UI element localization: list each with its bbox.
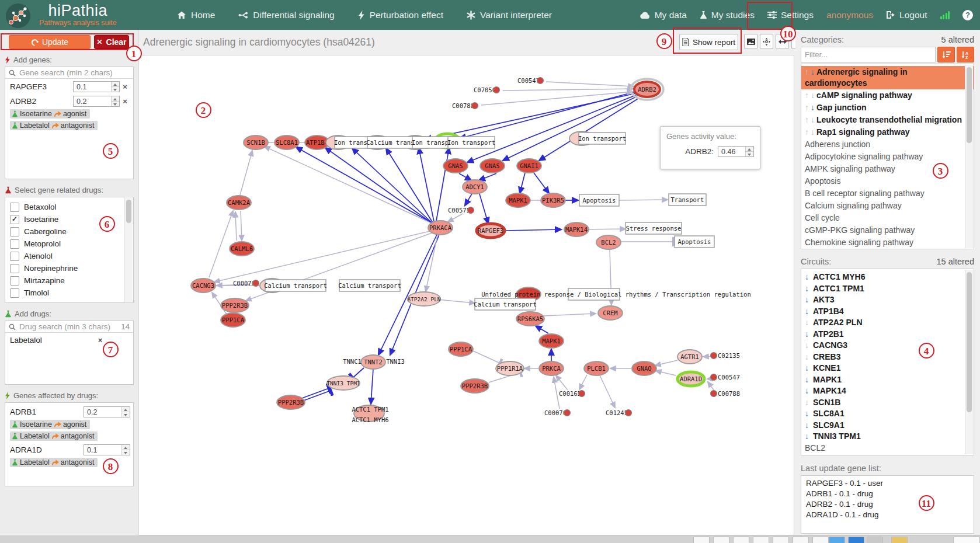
function-node[interactable]: Apoptosis <box>675 236 714 248</box>
taskbar-item[interactable] <box>793 537 809 543</box>
category-item[interactable]: ↑↓Rap1 signaling pathway <box>801 126 974 138</box>
gene-node[interactable]: ADRA1D <box>677 372 704 386</box>
gene-node[interactable]: ADCY1 <box>463 180 487 194</box>
scrollbar[interactable] <box>124 198 133 302</box>
drug-relation-tag[interactable]: Isoetarineagonist <box>10 109 90 119</box>
drug-option-row[interactable]: Atenolol <box>5 250 133 262</box>
circuit-item[interactable]: BCL2 <box>801 443 974 454</box>
compound-node[interactable]: C01245 <box>606 409 631 416</box>
quantity-stepper[interactable] <box>111 82 119 92</box>
taskbar-item[interactable] <box>693 537 710 543</box>
compound-node[interactable]: C00547 <box>517 77 543 84</box>
nav-my-studies[interactable]: My studies <box>700 10 755 20</box>
category-item[interactable]: ↑↓cAMP signaling pathway <box>801 89 974 102</box>
nav-logout[interactable]: Logout <box>886 10 927 20</box>
gene-value-input[interactable]: 0.1 <box>73 81 120 92</box>
taskbar-item[interactable] <box>829 537 845 543</box>
category-item[interactable]: ↑↓Adrenergic signaling in cardiomyocytes <box>801 66 974 89</box>
compound-node[interactable]: C00788 <box>452 102 478 109</box>
help-icon[interactable]: ? <box>962 10 973 20</box>
category-item[interactable]: Adipocytokine signaling pathway <box>801 151 974 163</box>
circuit-item[interactable]: ↓SLC8A1 <box>801 408 974 420</box>
drug-search-input[interactable]: Drug search (min 3 chars) 14 <box>5 321 133 333</box>
compound-node[interactable]: C00788 <box>711 390 740 397</box>
category-item[interactable]: ↑↓Gap junction <box>801 102 974 114</box>
username-label[interactable]: anonymous <box>826 10 873 20</box>
circuit-item[interactable]: ↓ATP2A2 PLN <box>801 317 974 329</box>
function-node[interactable]: Ion transport <box>578 133 626 144</box>
gene-node[interactable]: MAPK1 <box>506 193 530 207</box>
remove-gene-button[interactable]: × <box>120 97 130 106</box>
category-item[interactable]: B cell receptor signaling pathway <box>801 187 974 200</box>
circuit-item[interactable]: ↓MAPK14 <box>801 385 974 397</box>
circuit-item[interactable]: ↓ATP1B4 <box>801 306 974 318</box>
taskbar-item[interactable] <box>733 537 749 543</box>
gene-node[interactable]: RAPGEF3 <box>477 224 505 238</box>
nav-my-data[interactable]: My data <box>640 10 687 20</box>
function-node[interactable]: Apoptosis <box>579 194 619 206</box>
checkbox[interactable] <box>10 288 19 298</box>
checkbox[interactable] <box>10 252 19 261</box>
gene-node[interactable]: GNAS <box>443 159 468 173</box>
nav-differential-signaling[interactable]: Differential signaling <box>238 10 334 20</box>
gene-node[interactable]: PPP2R3B <box>277 395 305 409</box>
drug-option-row[interactable]: ✓Isoetarine <box>5 213 133 225</box>
gene-node[interactable]: CREM <box>598 306 623 320</box>
fit-width-button[interactable] <box>776 34 789 49</box>
function-node[interactable]: Calcium transport <box>338 280 401 291</box>
drug-option-row[interactable]: Timolol <box>5 287 133 299</box>
circuit-item[interactable]: ↓CACNG3 <box>801 340 974 351</box>
circuit-item[interactable]: ↓MAPK1 <box>801 374 974 386</box>
gene-value-input[interactable]: 0.2 <box>73 96 120 107</box>
gene-node[interactable]: PRKACA <box>428 221 453 235</box>
gene-node[interactable]: CACNG3 <box>191 279 216 293</box>
drug-option-row[interactable]: Cabergoline <box>5 225 133 238</box>
nav-home[interactable]: Home <box>177 10 215 20</box>
gene-node[interactable]: PLCB1 <box>584 361 609 375</box>
circuit-item[interactable]: ↓TNNI3 TPM1 <box>801 431 974 443</box>
quantity-stepper[interactable] <box>121 407 130 417</box>
category-item[interactable]: Calcium signaling pathway <box>801 200 974 212</box>
scrollbar[interactable] <box>965 65 973 248</box>
crosshair-button[interactable] <box>760 34 773 49</box>
update-button[interactable]: Update <box>9 35 91 49</box>
remove-gene-button[interactable]: × <box>120 82 130 91</box>
checkbox[interactable] <box>10 276 19 286</box>
category-item[interactable]: ↑↓Leukocyte transendothelial migration <box>801 114 974 126</box>
compound-node[interactable]: C00076 <box>544 409 570 416</box>
circuit-item[interactable]: ↓KCNE1 <box>801 363 974 374</box>
gene-node[interactable]: TNNT2 <box>361 355 385 369</box>
remove-drug-button[interactable]: × <box>70 336 130 344</box>
circuit-item[interactable]: ↓ACTC1 MYH6 <box>801 272 974 283</box>
compound-node[interactable]: C00165 <box>559 390 585 397</box>
gene-node[interactable]: BCL2 <box>596 235 621 249</box>
nav-settings[interactable]: Settings <box>767 10 814 20</box>
quantity-stepper[interactable] <box>121 445 130 455</box>
gene-node[interactable]: GNAI1 <box>517 159 541 173</box>
circuit-item[interactable]: ↓ATP2B1 <box>801 329 974 340</box>
gene-search-input[interactable]: Gene search (min 2 chars) <box>5 67 133 79</box>
category-item[interactable]: Adherens junction <box>801 138 974 151</box>
gene-node[interactable]: PPP2R3B <box>221 298 249 312</box>
gene-node[interactable]: ATP2A2 PLN <box>407 292 440 306</box>
gene-node[interactable]: PPP2R3B <box>461 379 489 393</box>
function-node[interactable]: Calcium transport <box>474 298 536 310</box>
gene-node[interactable]: ADRB2 <box>631 79 663 100</box>
sort-amount-button[interactable] <box>937 47 955 62</box>
gene-node[interactable]: PRKCA <box>539 361 564 375</box>
gene-value-input[interactable]: 0.1 <box>84 444 130 455</box>
taskbar-item[interactable] <box>773 537 789 543</box>
taskbar-item[interactable] <box>713 537 729 543</box>
taskbar-item[interactable] <box>953 537 980 543</box>
function-node[interactable]: Ion transport <box>447 137 495 148</box>
checkbox[interactable] <box>10 203 19 212</box>
category-item[interactable]: Apoptosis <box>801 175 974 187</box>
nav-variant-interpreter[interactable]: Variant interpreter <box>467 10 552 20</box>
checkbox[interactable] <box>10 264 19 273</box>
taskbar-item[interactable] <box>812 537 829 543</box>
taskbar-item[interactable] <box>867 537 883 543</box>
category-item[interactable]: Cell cycle <box>801 212 974 224</box>
circuit-item[interactable]: ↓AKT3 <box>801 294 974 306</box>
circuit-item[interactable]: ↓CREB3 <box>801 351 974 363</box>
gene-node[interactable]: MAPK1 <box>539 334 564 348</box>
